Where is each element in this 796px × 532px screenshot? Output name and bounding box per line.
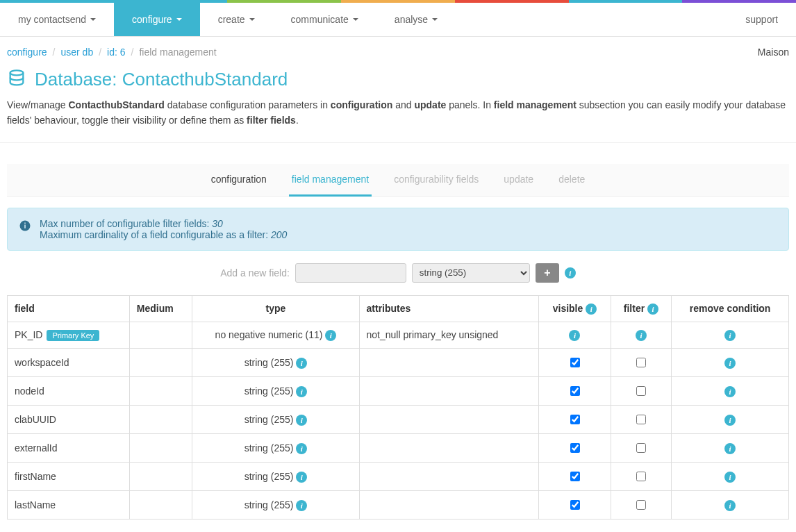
nav-support[interactable]: support xyxy=(727,3,796,36)
info-icon[interactable]: i xyxy=(296,472,307,483)
col-filter: filter i xyxy=(611,295,671,322)
add-field-name-input[interactable] xyxy=(295,263,406,283)
info-box: Max number of configurable filter fields… xyxy=(7,208,789,251)
col-medium: Medium xyxy=(129,295,192,322)
cell-medium xyxy=(129,434,192,463)
nav-communicate[interactable]: communicate xyxy=(273,3,376,36)
cell-attributes xyxy=(359,463,539,491)
table-header-row: field Medium type attributes visible i f… xyxy=(8,295,789,322)
visible-checkbox[interactable] xyxy=(570,472,580,481)
cell-filter: i xyxy=(611,322,671,348)
field-name: nodeId xyxy=(15,385,44,397)
visible-checkbox[interactable] xyxy=(570,500,580,510)
page-title-row: Database: ContacthubStandard xyxy=(0,65,796,97)
tab-configuration[interactable]: configuration xyxy=(208,164,270,196)
field-name: lastName xyxy=(15,499,56,510)
breadcrumb-item[interactable]: configure xyxy=(7,47,47,58)
info-icon[interactable]: i xyxy=(724,415,736,426)
breadcrumb-separator: / xyxy=(131,47,134,58)
caret-down-icon xyxy=(432,18,438,21)
info-icon[interactable]: i xyxy=(724,386,736,397)
cell-medium xyxy=(129,406,192,434)
svg-rect-3 xyxy=(24,222,26,224)
cell-visible xyxy=(539,406,611,434)
cell-remove: i xyxy=(672,491,789,519)
info-icon[interactable]: i xyxy=(724,472,736,483)
filter-checkbox[interactable] xyxy=(636,500,646,510)
tabs-container: configurationfield managementconfigurabi… xyxy=(7,164,789,197)
main-navbar: my contactsendconfigurecreatecommunicate… xyxy=(0,3,796,37)
field-name: firstName xyxy=(15,471,56,482)
cell-field: workspaceId xyxy=(8,349,130,377)
visible-checkbox[interactable] xyxy=(570,386,580,396)
filter-checkbox[interactable] xyxy=(636,386,646,396)
breadcrumb-item[interactable]: user db xyxy=(60,47,93,58)
cell-field: PK_IDPrimary Key xyxy=(8,322,130,348)
cell-type: string (255) i xyxy=(192,463,359,491)
cell-type: string (255) i xyxy=(192,377,359,406)
nav-item-label: configure xyxy=(132,14,172,25)
cell-attributes xyxy=(359,349,539,377)
cell-field: externalId xyxy=(8,434,130,463)
visible-checkbox[interactable] xyxy=(570,443,580,453)
page-description: View/manage ContacthubStandard database … xyxy=(0,97,796,143)
info-icon[interactable]: i xyxy=(296,415,307,426)
visible-help-icon[interactable]: i xyxy=(586,304,597,315)
filter-help-icon[interactable]: i xyxy=(647,304,658,315)
info-icon[interactable]: i xyxy=(724,500,736,511)
current-user: Maison xyxy=(758,47,789,58)
cell-remove: i xyxy=(672,406,789,434)
cell-type: string (255) i xyxy=(192,349,359,377)
info-icon[interactable]: i xyxy=(296,358,307,369)
cell-visible xyxy=(539,463,611,491)
info-icon[interactable]: i xyxy=(296,443,307,454)
add-field-button[interactable]: + xyxy=(536,263,559,283)
info-icon[interactable]: i xyxy=(325,330,336,341)
add-field-help-icon[interactable]: i xyxy=(565,267,576,279)
plus-icon: + xyxy=(544,267,550,279)
breadcrumb-item[interactable]: id: 6 xyxy=(107,47,125,58)
breadcrumb-item: field management xyxy=(139,47,216,58)
cell-remove: i xyxy=(672,377,789,406)
nav-analyse[interactable]: analyse xyxy=(376,3,456,36)
cell-field: clabUUID xyxy=(8,406,130,434)
visible-checkbox[interactable] xyxy=(570,358,580,367)
col-type: type xyxy=(192,295,359,322)
filter-checkbox[interactable] xyxy=(636,415,646,424)
info-icon[interactable]: i xyxy=(636,330,647,341)
info-icon[interactable]: i xyxy=(569,330,580,341)
filter-checkbox[interactable] xyxy=(636,472,646,481)
info-text: Max number of configurable filter fields… xyxy=(40,218,287,240)
info-icon[interactable]: i xyxy=(296,500,307,511)
nav-create[interactable]: create xyxy=(200,3,273,36)
info-icon[interactable]: i xyxy=(724,358,736,369)
cell-field: firstName xyxy=(8,463,130,491)
field-name: externalId xyxy=(15,442,57,454)
svg-point-0 xyxy=(10,70,24,75)
breadcrumb-row: configure/user db/id: 6/field management… xyxy=(0,37,796,65)
filter-checkbox[interactable] xyxy=(636,358,646,367)
cell-type: string (255) i xyxy=(192,406,359,434)
page-title: Database: ContacthubStandard xyxy=(35,69,288,90)
visible-checkbox[interactable] xyxy=(570,415,580,424)
cell-medium xyxy=(129,463,192,491)
table-row: workspaceIdstring (255) ii xyxy=(8,349,789,377)
nav-item-label: my contactsend xyxy=(18,14,86,25)
tab-field-management[interactable]: field management xyxy=(289,164,372,197)
info-icon[interactable]: i xyxy=(724,443,736,454)
info-icon[interactable]: i xyxy=(296,386,307,397)
tab-delete: delete xyxy=(556,164,588,196)
table-row: nodeIdstring (255) ii xyxy=(8,377,789,406)
caret-down-icon xyxy=(90,18,96,21)
primary-key-badge: Primary Key xyxy=(47,330,99,341)
cell-attributes: not_null primary_key unsigned xyxy=(359,322,539,348)
filter-checkbox[interactable] xyxy=(636,443,646,453)
cell-remove: i xyxy=(672,322,789,348)
nav-configure[interactable]: configure xyxy=(114,3,200,36)
nav-my-contactsend[interactable]: my contactsend xyxy=(0,3,114,36)
cell-attributes xyxy=(359,434,539,463)
info-icon[interactable]: i xyxy=(724,330,736,341)
add-field-type-select[interactable]: string (255) xyxy=(412,263,530,283)
cell-field: lastName xyxy=(8,491,130,519)
cell-filter xyxy=(611,491,671,519)
